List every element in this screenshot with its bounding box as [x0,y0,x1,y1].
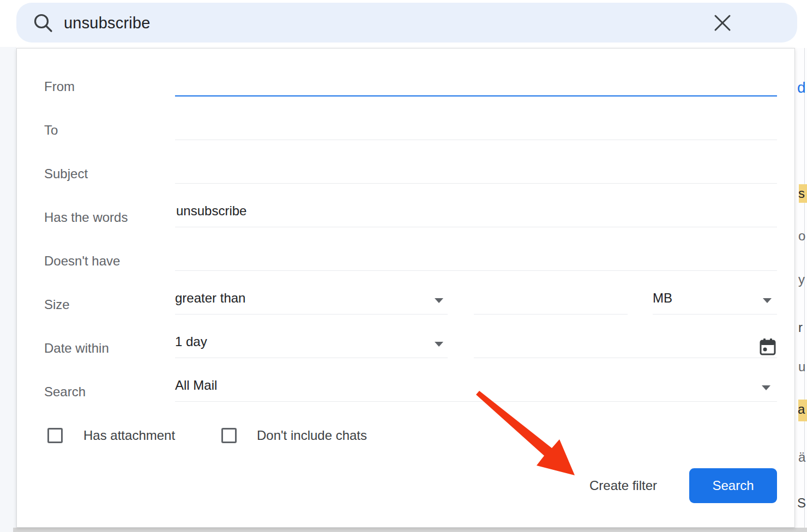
size-unit-value: MB [653,291,672,306]
search-icon[interactable] [33,13,55,34]
page-background-bottom [13,528,807,532]
background-text-fragment: s [798,186,805,201]
has-words-input[interactable] [175,198,777,227]
dont-include-chats-label: Don't include chats [257,427,367,444]
search-button[interactable]: Search [689,468,777,503]
search-scope-value: All Mail [175,378,217,393]
background-text-fragment: S [797,496,806,510]
chevron-down-icon [762,385,770,390]
has-attachment-label: Has attachment [83,427,175,444]
from-label: From [44,78,75,95]
calendar-icon[interactable] [760,338,776,356]
background-text-fragment: ä [798,450,805,464]
background-text-fragment: d [797,81,806,95]
search-query-text[interactable]: unsubscribe [64,14,150,32]
from-input[interactable] [175,67,777,96]
gmail-search-filter-page: d s o y r u a ä S unsubscribe From [0,0,807,532]
background-text-fragment: o [798,229,805,243]
subject-label: Subject [44,166,88,182]
page-background-left [0,47,16,532]
to-label: To [44,122,58,138]
has-attachment-checkbox[interactable] [47,428,63,443]
search-scope-label: Search [44,384,86,400]
date-range-value: 1 day [175,334,207,349]
date-within-label: Date within [44,340,109,356]
doesnt-have-label: Doesn't have [44,253,120,269]
background-text-fragment: a [798,402,805,416]
subject-input[interactable] [175,154,777,184]
dont-include-chats-checkbox[interactable] [221,428,237,443]
to-input[interactable] [175,111,777,140]
search-bar[interactable]: unsubscribe [16,3,797,43]
page-background-right: d s o y r u a ä S [796,48,807,528]
doesnt-have-input[interactable] [175,241,777,271]
background-text-fragment: u [798,360,805,374]
chevron-down-icon [763,298,772,303]
background-text-fragment: y [798,273,805,287]
date-input[interactable] [474,329,777,358]
search-scope-select[interactable]: All Mail [175,372,777,402]
date-range-select[interactable]: 1 day [175,329,448,358]
chevron-down-icon [435,342,443,347]
chevron-down-icon [435,298,443,303]
size-unit-select[interactable]: MB [653,285,777,315]
size-label: Size [44,297,70,313]
background-text-fragment: r [798,321,803,335]
close-search-icon[interactable] [713,14,732,32]
size-amount-input[interactable] [474,285,628,315]
size-comparator-select[interactable]: greater than [175,285,448,315]
advanced-search-panel: From To Subject Has the words Doesn't ha… [16,48,795,528]
size-comparator-value: greater than [175,291,245,306]
create-filter-button[interactable]: Create filter [569,468,678,503]
has-words-label: Has the words [44,209,128,226]
